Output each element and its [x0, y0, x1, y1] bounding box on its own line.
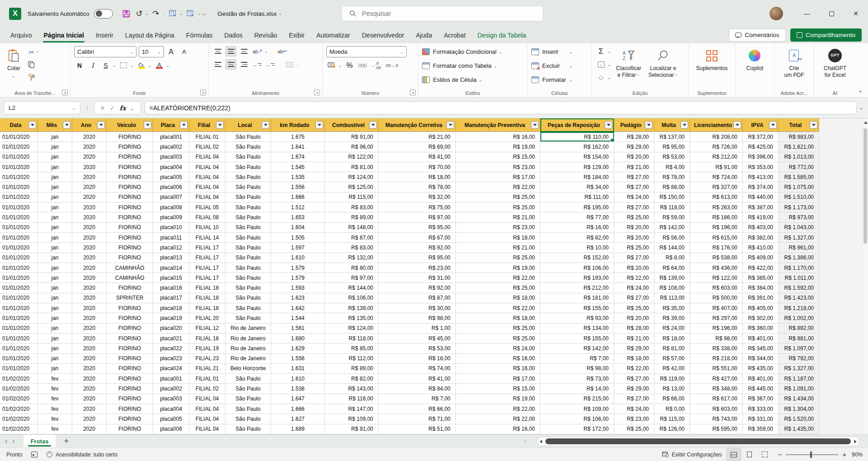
cell-r5-c6[interactable]: São Paulo [225, 182, 271, 192]
ribbon-tab-12[interactable]: Design da Tabela [471, 27, 532, 43]
cell-r27-c9[interactable]: R$ 66,00 [379, 404, 456, 414]
cell-r24-c11[interactable]: R$ 73,00 [540, 374, 614, 383]
cell-r28-c5[interactable]: FILIAL 04 [189, 414, 225, 423]
cell-r7-c11[interactable]: R$ 195,00 [540, 202, 614, 212]
cell-r16-c8[interactable]: R$ 106,00 [325, 293, 379, 303]
save-icon[interactable] [120, 8, 132, 19]
cell-r27-c10[interactable]: R$ 22,00 [456, 404, 540, 414]
cell-r3-c7[interactable]: 1.545 [271, 162, 325, 172]
cell-r16-c14[interactable]: R$ 500,00 [690, 293, 743, 303]
cell-r1-c9[interactable]: R$ 69,00 [379, 142, 456, 151]
cell-r10-c11[interactable]: R$ 82,00 [540, 233, 614, 242]
underline-chevron-icon[interactable]: ⌄ [113, 63, 116, 68]
cell-r27-c13[interactable]: R$ 0,00 [654, 404, 690, 414]
format-painter-icon[interactable] [27, 72, 37, 81]
document-title[interactable]: Gestão de Frotas.xlsx ⌄ [217, 10, 282, 17]
decrease-font-icon[interactable]: Aˇ [179, 47, 190, 57]
cell-r0-c1[interactable]: jan [38, 132, 72, 141]
scroll-up-icon[interactable] [864, 121, 868, 124]
cell-r27-c15[interactable]: R$ 333,00 [743, 404, 779, 414]
cell-r0-c10[interactable]: R$ 16,00 [456, 132, 540, 141]
cell-r27-c6[interactable]: São Paulo [225, 404, 271, 414]
cell-r9-c16[interactable]: R$ 1.043,00 [779, 223, 819, 232]
cell-r12-c12[interactable]: R$ 27,00 [614, 253, 654, 263]
underline-button[interactable]: S [100, 60, 111, 71]
filter-dropdown-icon[interactable] [180, 121, 188, 129]
vertical-scrollbar[interactable] [862, 118, 868, 447]
cell-r12-c1[interactable]: jan [38, 253, 72, 263]
comments-button[interactable]: Comentários [729, 28, 786, 42]
cell-r0-c16[interactable]: R$ 983,00 [779, 132, 819, 141]
cell-r7-c0[interactable]: 01/01/2020 [0, 202, 38, 212]
cell-r24-c9[interactable]: R$ 41,00 [379, 374, 456, 383]
cell-r20-c5[interactable]: FILIAL 16 [189, 334, 225, 343]
page-break-view-button[interactable] [757, 448, 772, 461]
cell-r14-c16[interactable]: R$ 1.011,00 [779, 273, 819, 282]
autosave-toggle[interactable] [94, 9, 113, 19]
cell-r3-c5[interactable]: FILIAL 04 [189, 162, 225, 172]
cell-r6-c1[interactable]: jan [38, 193, 72, 202]
align-center-icon[interactable] [225, 59, 236, 70]
cell-r5-c15[interactable]: R$ 374,00 [743, 182, 779, 192]
cell-r24-c8[interactable]: R$ 82,00 [325, 374, 379, 383]
cell-r13-c7[interactable]: 1.579 [271, 263, 325, 273]
cell-r5-c5[interactable]: FILIAL 04 [189, 182, 225, 192]
minimize-button[interactable]: — [795, 0, 819, 27]
cell-r2-c15[interactable]: R$ 396,00 [743, 152, 779, 162]
cell-r17-c5[interactable]: FILIAL 18 [189, 303, 225, 313]
filter-dropdown-icon[interactable] [315, 121, 323, 129]
cell-r14-c13[interactable]: R$ 139,00 [654, 273, 690, 282]
cell-r24-c16[interactable]: R$ 1.187,00 [779, 374, 819, 383]
cell-r2-c12[interactable]: R$ 20,00 [614, 152, 654, 162]
expand-formula-bar-icon[interactable]: ⌄ [859, 105, 863, 111]
cell-r11-c7[interactable]: 1.597 [271, 243, 325, 252]
cell-r26-c13[interactable]: R$ 66,00 [654, 394, 690, 404]
orientation-chevron-icon[interactable]: ⌄ [264, 49, 268, 54]
cell-r23-c1[interactable]: jan [38, 364, 72, 373]
cell-r16-c12[interactable]: R$ 27,00 [614, 293, 654, 303]
cell-r0-c3[interactable]: FIORINO [107, 132, 153, 141]
page-layout-view-button[interactable] [741, 448, 757, 461]
cell-r7-c12[interactable]: R$ 27,00 [614, 202, 654, 212]
cell-r4-c8[interactable]: R$ 124,00 [325, 172, 379, 182]
share-button[interactable]: Compartilhamento [790, 28, 862, 42]
cell-r9-c1[interactable]: jan [38, 223, 72, 232]
cell-r26-c5[interactable]: FILIAL 04 [189, 394, 225, 404]
cell-r1-c10[interactable]: R$ 19,00 [456, 142, 540, 151]
align-right-icon[interactable] [239, 59, 249, 70]
cell-r19-c13[interactable]: R$ 24,00 [654, 324, 690, 333]
cell-r9-c3[interactable]: FIORINO [107, 223, 153, 232]
filter-dropdown-icon[interactable] [97, 121, 105, 129]
cell-r20-c12[interactable]: R$ 21,00 [614, 334, 654, 343]
cell-r14-c5[interactable]: FILIAL 17 [189, 273, 225, 282]
cell-r1-c3[interactable]: FIORINO [107, 142, 153, 151]
cell-r25-c2[interactable]: 2020 [72, 384, 107, 393]
cell-r9-c11[interactable]: R$ 16,00 [540, 223, 614, 232]
cell-r2-c16[interactable]: R$ 1.013,00 [779, 152, 819, 162]
cell-r4-c13[interactable]: R$ 78,00 [654, 172, 690, 182]
cell-r23-c5[interactable]: FILIAL 21 [189, 364, 225, 373]
cell-r27-c3[interactable]: FIORINO [107, 404, 153, 414]
cell-r26-c1[interactable]: fev [38, 394, 72, 404]
cell-r18-c0[interactable]: 01/01/2020 [0, 313, 38, 323]
cell-r0-c6[interactable]: São Paulo [225, 132, 271, 141]
cell-r22-c13[interactable]: R$ 57,00 [654, 354, 690, 363]
cell-r29-c13[interactable]: R$ 126,00 [654, 424, 690, 434]
cell-r10-c2[interactable]: 2020 [72, 233, 107, 242]
cell-r13-c3[interactable]: CAMINHÃO [107, 263, 153, 273]
cell-r14-c7[interactable]: 1.579 [271, 273, 325, 282]
cell-r21-c3[interactable]: FIORINO [107, 343, 153, 353]
cell-r28-c12[interactable]: R$ 23,00 [614, 414, 654, 423]
zoom-in-button[interactable]: + [842, 451, 846, 458]
cell-r4-c14[interactable]: R$ 724,00 [690, 172, 743, 182]
cell-r26-c3[interactable]: FIORINO [107, 394, 153, 404]
cell-r24-c7[interactable]: 1.610 [271, 374, 325, 383]
cell-r22-c14[interactable]: R$ 218,00 [690, 354, 743, 363]
insert-function-icon[interactable]: fx [117, 104, 127, 112]
cell-r16-c7[interactable]: 1.623 [271, 293, 325, 303]
cell-r12-c6[interactable]: São Paulo [225, 253, 271, 263]
filter-dropdown-icon[interactable] [680, 121, 688, 129]
cell-r3-c9[interactable]: R$ 70,00 [379, 162, 456, 172]
cell-r27-c4[interactable]: placa004 [153, 404, 189, 414]
cell-r8-c11[interactable]: R$ 77,00 [540, 212, 614, 222]
